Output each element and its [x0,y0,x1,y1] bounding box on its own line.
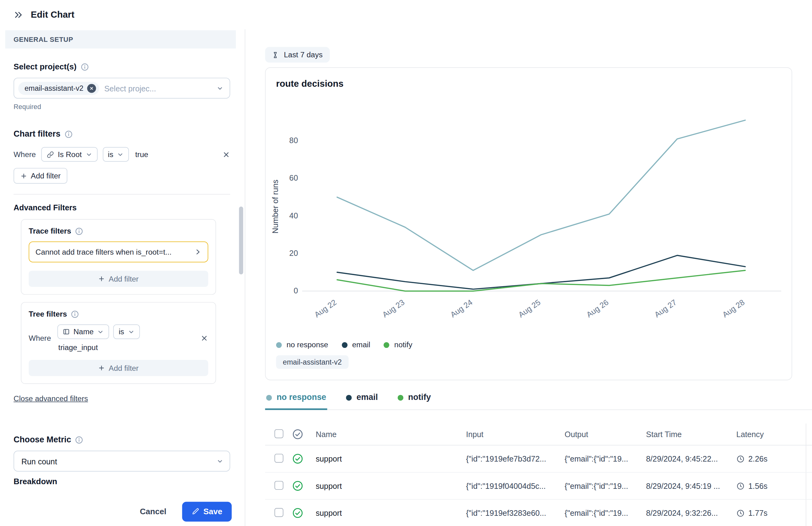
add-tree-filter-button[interactable]: Add filter [29,360,208,376]
remove-filter-icon[interactable] [222,150,230,158]
cell-latency: 1.77s [736,500,807,526]
series-dot [266,395,272,400]
add-filter-label: Add filter [109,275,139,283]
page-title: Edit Chart [31,9,74,20]
add-filter-label: Add filter [109,364,139,372]
project-select-placeholder: Select projec... [104,84,211,93]
results-tabs: no response email notify [265,393,812,410]
tree-filter-value[interactable]: triage_input [57,343,140,352]
save-button[interactable]: Save [182,501,232,521]
cell-latency: 1.56s [736,473,807,499]
trace-filters-box: Trace filters Cannot add trace filters w… [21,219,216,295]
table-header: Name Input Output Start Time Latency [265,423,812,445]
chevron-down-icon [97,328,104,335]
series-dot [397,395,404,400]
time-range-label: Last 7 days [284,50,323,59]
table-row[interactable]: support{"id":"1919f04004d5c...{"email":{… [265,473,812,500]
cell-output: {"email":{"id":"19... [565,509,646,517]
scrollbar[interactable] [239,207,243,275]
time-range-chip[interactable]: Last 7 days [265,47,330,63]
status-column-icon [290,429,316,440]
latency-value: 1.56s [749,481,768,491]
filter-field-value: Is Root [58,150,82,159]
select-all-checkbox[interactable] [275,429,284,438]
chevron-down-icon [217,85,223,92]
svg-text:Aug 26: Aug 26 [585,298,610,319]
project-select[interactable]: email-assistant-v2 Select projec... [14,78,230,99]
collapse-panel-icon[interactable] [14,10,24,19]
row-checkbox[interactable] [275,453,284,463]
svg-text:Aug 23: Aug 23 [381,298,406,319]
info-icon [75,436,83,443]
legend-dot [276,342,282,348]
chart-filter-row: Where Is Root is true [14,147,230,162]
svg-text:Aug 25: Aug 25 [517,298,542,319]
add-trace-filter-button[interactable]: Add filter [29,271,208,287]
filter-field-select[interactable]: Is Root [41,147,98,162]
svg-text:Aug 24: Aug 24 [449,298,474,319]
filter-operator-select[interactable]: is [103,147,129,162]
table-row[interactable]: support{"id":"1919ef3283e60...{"email":{… [265,500,812,526]
line-chart: 020406080Number of runsAug 22Aug 23Aug 2… [265,83,792,327]
legend-label: notify [394,341,412,349]
select-projects-label: Select project(s) [14,62,76,71]
legend-label: email [352,341,370,349]
cell-output: {"email":{"id":"19... [565,454,646,464]
row-checkbox[interactable] [275,481,284,490]
chart-legend: no responseemailnotify [276,341,412,349]
chevron-right-icon [194,248,201,255]
success-status-icon [290,508,316,518]
cell-input: {"id":"1919efe7b3d72... [466,454,565,464]
column-header-start-time: Start Time [646,430,736,439]
section-header: GENERAL SETUP [5,30,236,49]
tree-filter-row: Where Name is [29,324,208,352]
tab-no-response[interactable]: no response [265,393,327,410]
legend-item: notify [384,341,412,349]
success-status-icon [290,481,316,491]
legend-item: no response [276,341,328,349]
remove-project-icon[interactable] [87,84,96,93]
info-icon [64,130,72,138]
tree-operator-value: is [119,327,124,336]
tab-label: email [357,393,378,402]
add-filter-button[interactable]: Add filter [14,168,68,184]
chart-filters-label: Chart filters [14,130,60,139]
svg-text:Aug 22: Aug 22 [313,298,338,319]
close-advanced-filters-link[interactable]: Close advanced filters [14,394,88,403]
project-tag: email-assistant-v2 [276,355,349,369]
cell-name: support [316,481,466,491]
add-filter-label: Add filter [31,172,60,180]
trace-filters-warning[interactable]: Cannot add trace filters when is_root=t.… [29,242,208,262]
advanced-filters-title: Advanced Filters [14,203,230,212]
row-checkbox[interactable] [275,508,284,517]
cancel-button[interactable]: Cancel [140,507,166,516]
metric-select-value: Run count [18,457,212,466]
where-label: Where [14,150,36,159]
required-hint: Required [14,103,230,111]
legend-item: email [342,341,371,349]
metric-select[interactable]: Run count [14,451,230,471]
warning-text: Cannot add trace filters when is_root=t.… [35,248,171,256]
cell-latency: 2.26s [736,445,807,472]
pencil-icon [191,508,199,515]
chevron-down-icon [217,458,223,465]
chevron-down-icon [117,151,124,158]
tab-email[interactable]: email [345,393,379,410]
svg-text:0: 0 [293,286,298,295]
tree-filters-box: Tree filters Where Name [21,302,216,384]
tree-operator-select[interactable]: is [113,324,140,339]
tree-field-select[interactable]: Name [57,324,110,339]
runs-table: Name Input Output Start Time Latency sup… [265,423,812,526]
table-row[interactable]: support{"id":"1919efe7b3d72...{"email":{… [265,445,812,473]
tab-notify[interactable]: notify [397,393,432,410]
remove-tree-filter-icon[interactable] [201,334,208,342]
chevron-down-icon [128,328,134,335]
where-label: Where [29,334,51,342]
cell-start-time: 8/29/2024, 9:45:22... [646,454,736,464]
series-dot [346,395,352,400]
cell-name: support [316,454,466,464]
cell-name: support [316,509,466,517]
clock-icon [736,509,745,517]
column-header-output: Output [565,430,646,439]
svg-text:Number of runs: Number of runs [271,180,279,234]
